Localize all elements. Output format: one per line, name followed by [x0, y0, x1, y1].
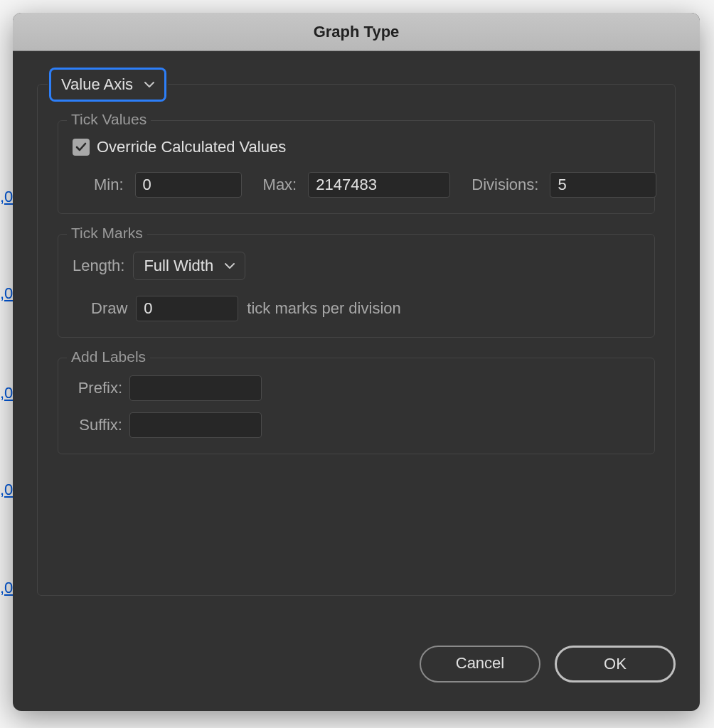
divisions-label: Divisions:: [471, 176, 538, 194]
bg-mark: ,0: [0, 384, 13, 402]
bg-mark: ,0: [0, 481, 13, 499]
suffix-label: Suffix:: [73, 416, 122, 434]
bg-mark: ,0: [0, 579, 13, 597]
override-row: Override Calculated Values: [73, 138, 640, 156]
prefix-label: Prefix:: [73, 379, 122, 397]
values-row: Min: Max: Divisions:: [73, 172, 640, 198]
draw-suffix-text: tick marks per division: [247, 299, 400, 318]
tick-values-legend: Tick Values: [67, 111, 151, 128]
length-select-value: Full Width: [144, 257, 213, 275]
tick-values-group: Tick Values Override Calculated Values M…: [58, 120, 655, 214]
dialog-footer: Cancel OK: [13, 646, 700, 711]
prefix-input[interactable]: [129, 375, 262, 401]
bg-mark: ,0: [0, 188, 13, 206]
max-label: Max:: [263, 176, 297, 194]
draw-row: Draw tick marks per division: [73, 296, 640, 321]
dialog-content: Value Axis Tick Values Override Calculat…: [13, 51, 700, 646]
graph-type-dialog: Graph Type Value Axis Tick Values: [13, 13, 700, 711]
divisions-input[interactable]: [550, 172, 656, 198]
bg-mark: ,0: [0, 284, 13, 303]
override-checkbox[interactable]: [73, 139, 90, 156]
max-input[interactable]: [308, 172, 450, 198]
ok-button[interactable]: OK: [555, 646, 676, 682]
length-label: Length:: [73, 257, 124, 275]
add-labels-legend: Add Labels: [67, 348, 150, 365]
tick-marks-legend: Tick Marks: [67, 225, 147, 242]
chevron-down-icon: [144, 81, 154, 88]
section-select-wrap: Value Axis: [48, 69, 168, 100]
override-label[interactable]: Override Calculated Values: [97, 138, 286, 156]
section-select[interactable]: Value Axis: [50, 69, 165, 100]
suffix-input[interactable]: [129, 412, 262, 438]
cancel-button[interactable]: Cancel: [420, 646, 540, 682]
tick-marks-group: Tick Marks Length: Full Width Draw tick …: [58, 234, 655, 338]
prefix-row: Prefix:: [73, 375, 640, 401]
suffix-row: Suffix:: [73, 412, 640, 438]
length-row: Length: Full Width: [73, 252, 640, 280]
add-labels-group: Add Labels Prefix: Suffix:: [58, 358, 655, 454]
chevron-down-icon: [225, 262, 235, 269]
axis-settings-group: Value Axis Tick Values Override Calculat…: [37, 84, 676, 596]
length-select[interactable]: Full Width: [133, 252, 245, 280]
draw-label: Draw: [91, 299, 127, 318]
section-select-value: Value Axis: [61, 75, 133, 94]
draw-input[interactable]: [136, 296, 238, 321]
min-input[interactable]: [135, 172, 242, 198]
dialog-title: Graph Type: [314, 23, 400, 41]
min-label: Min:: [94, 176, 124, 194]
dialog-titlebar: Graph Type: [13, 13, 700, 51]
